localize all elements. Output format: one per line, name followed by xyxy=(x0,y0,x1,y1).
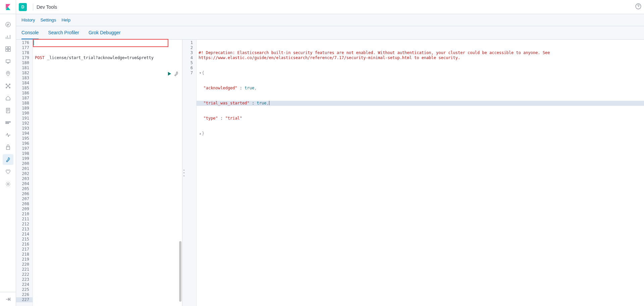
request-scrollbar-thumb[interactable] xyxy=(179,241,181,302)
request-gutter: 176 177 178 179 180 181 182 183 184 185 … xyxy=(16,40,33,306)
tab-grok-debugger[interactable]: Grok Debugger xyxy=(89,26,121,39)
svg-rect-4 xyxy=(8,49,10,51)
nav-item-monitoring[interactable] xyxy=(3,169,13,175)
nav-item-visualize[interactable] xyxy=(3,34,13,40)
help-link[interactable]: Help xyxy=(61,17,70,23)
nav-item-ml[interactable] xyxy=(3,83,13,89)
compass-icon xyxy=(5,22,11,27)
collapse-sidebar-button[interactable] xyxy=(0,292,16,306)
tab-console[interactable]: Console xyxy=(21,26,39,39)
nav-item-dashboard[interactable] xyxy=(3,46,13,52)
request-method: POST xyxy=(35,55,45,60)
svg-rect-1 xyxy=(6,47,8,49)
nav-item-infrastructure[interactable] xyxy=(3,95,13,101)
side-navigation xyxy=(0,0,16,306)
heart-icon xyxy=(5,169,11,174)
svg-rect-3 xyxy=(6,49,8,51)
request-marker xyxy=(33,40,34,45)
devtools-tabs: Console Search Profiler Grok Debugger xyxy=(16,26,644,40)
nav-item-dev-tools[interactable] xyxy=(3,154,13,165)
response-pane: 1 2 3 4 5 6 7 #! Deprecation: Elasticsea… xyxy=(185,40,644,306)
ml-icon xyxy=(5,83,11,89)
help-icon xyxy=(635,3,641,9)
nav-item-discover[interactable] xyxy=(3,21,13,28)
request-path: _license/start_trial?acknowledge=true&pr… xyxy=(45,55,154,60)
svg-rect-12 xyxy=(6,108,10,113)
svg-point-6 xyxy=(7,72,9,74)
header-bar: D Dev Tools xyxy=(16,0,644,14)
breadcrumb: Dev Tools xyxy=(37,4,57,10)
response-gutter: 1 2 3 4 5 6 7 xyxy=(185,40,197,306)
request-code[interactable]: POST _license/start_trial?acknowledge=tr… xyxy=(33,40,182,306)
lock-icon xyxy=(5,144,11,150)
space-selector[interactable]: D xyxy=(19,3,27,11)
svg-rect-13 xyxy=(6,122,10,122)
collapse-icon xyxy=(5,297,11,302)
nav-item-security[interactable] xyxy=(3,144,13,150)
settings-link[interactable]: Settings xyxy=(40,17,56,23)
request-options-button[interactable] xyxy=(174,71,179,77)
kibana-logo-icon xyxy=(5,4,11,10)
dashboard-icon xyxy=(5,46,11,52)
send-request-button[interactable] xyxy=(167,71,172,77)
heartbeat-icon xyxy=(5,132,11,138)
apm-icon xyxy=(5,120,11,125)
play-icon xyxy=(167,71,172,76)
tab-search-profiler[interactable]: Search Profiler xyxy=(48,26,79,39)
svg-point-0 xyxy=(6,22,10,27)
splitter-grip-icon xyxy=(183,170,184,176)
nav-item-management[interactable] xyxy=(3,181,13,187)
svg-point-16 xyxy=(7,183,9,185)
header-divider xyxy=(33,4,33,10)
svg-rect-5 xyxy=(6,60,10,62)
help-menu-button[interactable] xyxy=(635,3,641,10)
nav-item-maps[interactable] xyxy=(3,71,13,77)
kibana-logo[interactable] xyxy=(0,0,16,14)
wrench-small-icon xyxy=(174,71,179,76)
request-actions xyxy=(167,71,179,77)
main-area: D Dev Tools History Settings Help Consol… xyxy=(16,0,644,306)
svg-rect-2 xyxy=(8,47,10,49)
nav-item-canvas[interactable] xyxy=(3,58,13,64)
logs-icon xyxy=(5,108,11,113)
nav-item-apm[interactable] xyxy=(3,120,13,126)
gear-icon xyxy=(5,181,11,187)
nav-item-uptime[interactable] xyxy=(3,132,13,138)
home-icon xyxy=(5,95,11,101)
nav-group-apps xyxy=(3,14,13,187)
canvas-icon xyxy=(5,59,11,64)
svg-rect-15 xyxy=(6,147,10,149)
pin-icon xyxy=(5,71,11,76)
request-pane: 176 177 178 179 180 181 182 183 184 185 … xyxy=(16,40,182,306)
pane-splitter[interactable] xyxy=(182,40,185,306)
console-topbar: History Settings Help xyxy=(16,14,644,26)
nav-item-logs[interactable] xyxy=(3,107,13,114)
history-link[interactable]: History xyxy=(21,17,35,23)
svg-rect-14 xyxy=(6,123,9,124)
deprecation-warning: #! Deprecation: Elasticsearch built-in s… xyxy=(199,50,642,60)
response-code[interactable]: #! Deprecation: Elasticsearch built-in s… xyxy=(197,40,644,306)
bar-chart-icon xyxy=(5,34,11,40)
wrench-icon xyxy=(5,157,11,162)
console-editor: 176 177 178 179 180 181 182 183 184 185 … xyxy=(16,40,644,306)
